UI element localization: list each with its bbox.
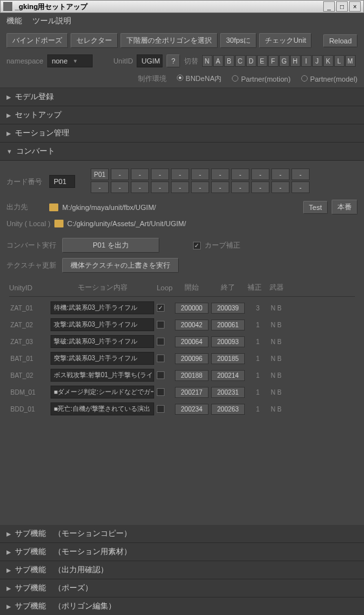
cell-end[interactable]: 200231 (211, 387, 245, 398)
letter-E[interactable]: E (257, 55, 267, 67)
card-slot[interactable]: - (251, 181, 269, 193)
cell-loop-checkbox[interactable] (157, 338, 165, 345)
letter-A[interactable]: A (213, 55, 223, 67)
card-slot[interactable]: - (231, 168, 249, 180)
cell-start[interactable]: 200064 (175, 336, 209, 347)
cell-loop-checkbox[interactable] (157, 371, 165, 379)
test-button[interactable]: Test (303, 201, 328, 214)
card-slot[interactable]: - (251, 168, 269, 180)
acc-sub-motionmaterial[interactable]: ▶サブ機能 （モーション用素材） (0, 543, 364, 561)
card-slot[interactable]: - (111, 181, 129, 193)
maximize-button[interactable]: □ (336, 1, 348, 12)
card-slot[interactable]: - (191, 168, 209, 180)
cell-motion[interactable]: ■死亡:自機が撃墜されている演出 (51, 402, 154, 415)
card-slot[interactable]: - (231, 181, 249, 193)
letter-D[interactable]: D (246, 55, 256, 67)
minimize-button[interactable]: _ (323, 1, 335, 12)
curve-checkbox[interactable] (193, 242, 201, 249)
letter-C[interactable]: C (235, 55, 245, 67)
card-slot[interactable]: - (131, 181, 149, 193)
folder-icon[interactable] (54, 220, 63, 227)
letter-G[interactable]: G (279, 55, 290, 67)
checkunit-button[interactable]: チェックUnit (259, 33, 312, 48)
cell-motion[interactable]: ボス戦攻撃:射撃01_片手撃ち(ライフ (51, 369, 154, 382)
chevron-right-icon: ▶ (6, 549, 11, 555)
card-slot[interactable]: - (111, 168, 129, 180)
cell-end[interactable]: 200263 (211, 404, 245, 415)
acc-motion[interactable]: ▶モーション管理 (0, 124, 364, 143)
cell-motion[interactable]: 撃破:武装系03_片手ライフル (51, 335, 154, 348)
selectall-button[interactable]: 下階層の全ポリゴンを選択 (120, 33, 218, 48)
acc-convert[interactable]: ▼コンバート (0, 143, 364, 161)
acc-setup[interactable]: ▶セットアップ (0, 106, 364, 124)
env-opt-partner-motion[interactable]: Partner(motion) (232, 75, 290, 83)
question-button[interactable]: ? (166, 54, 179, 67)
menu-functions[interactable]: 機能 (6, 16, 22, 27)
acc-sub-motioncopy[interactable]: ▶サブ機能 （モーションコピー） (0, 525, 364, 543)
bindpose-button[interactable]: バインドポーズ (6, 33, 68, 48)
letter-L[interactable]: L (334, 55, 345, 67)
cell-start[interactable]: 200217 (175, 387, 209, 398)
close-button[interactable]: × (349, 1, 361, 12)
cell-loop-checkbox[interactable] (157, 405, 165, 413)
cell-loop-checkbox[interactable] (157, 354, 165, 362)
letter-M[interactable]: M (345, 55, 356, 67)
acc-sub-polyedit[interactable]: ▶サブ機能 （ポリゴン編集） (0, 598, 364, 615)
card-slot[interactable]: - (271, 168, 290, 180)
letter-B[interactable]: B (224, 55, 234, 67)
cell-loop-checkbox[interactable] (157, 388, 165, 396)
exec-button[interactable]: P01 を出力 (62, 238, 159, 253)
card-slot[interactable]: - (91, 181, 109, 193)
cell-end[interactable]: 200093 (211, 336, 245, 347)
namespace-select[interactable]: none (47, 54, 93, 67)
cell-end[interactable]: 200214 (211, 370, 245, 381)
card-slot[interactable]: - (191, 181, 209, 193)
menu-tooldesc[interactable]: ツール説明 (32, 16, 71, 27)
cell-start[interactable]: 200000 (175, 303, 209, 314)
card-slot[interactable]: - (151, 168, 169, 180)
cell-loop-checkbox[interactable] (157, 304, 165, 312)
selector-button[interactable]: セレクター (71, 33, 118, 48)
reload-button[interactable]: Reload (323, 34, 358, 47)
folder-icon[interactable] (49, 203, 58, 211)
letter-I[interactable]: I (301, 55, 312, 67)
letter-H[interactable]: H (290, 55, 301, 67)
unitid-input[interactable]: UGIM (137, 54, 163, 67)
cell-loop-checkbox[interactable] (157, 321, 165, 329)
cell-end[interactable]: 200039 (211, 303, 245, 314)
card-slot[interactable]: - (291, 168, 310, 180)
letter-J[interactable]: J (312, 55, 323, 67)
card-slot[interactable]: - (211, 168, 229, 180)
cell-start[interactable]: 200042 (175, 319, 209, 331)
cell-end[interactable]: 200185 (211, 353, 245, 364)
letter-F[interactable]: F (268, 55, 279, 67)
cell-motion[interactable]: 突撃:武装系03_片手ライフル (51, 352, 154, 365)
env-opt-partner-model[interactable]: Partner(model) (301, 75, 358, 83)
cell-start[interactable]: 200188 (175, 370, 209, 381)
card-slot[interactable]: - (271, 181, 290, 193)
acc-sub-pose[interactable]: ▶サブ機能 （ポーズ） (0, 579, 364, 598)
cell-start[interactable]: 200234 (175, 404, 209, 415)
letter-N[interactable]: N (202, 55, 212, 67)
acc-sub-outputcheck[interactable]: ▶サブ機能 （出力用確認） (0, 561, 364, 579)
card-slot[interactable]: - (131, 168, 149, 180)
letter-K[interactable]: K (323, 55, 334, 67)
env-opt-bndena[interactable]: BNDeNA内 (177, 74, 222, 84)
card-slot[interactable]: - (151, 181, 169, 193)
cardno-input[interactable]: P01 (49, 175, 75, 188)
table-row: ZAT_03撃破:武装系03_片手ライフル2000642000931N B (9, 333, 355, 350)
card-slot[interactable]: - (291, 181, 310, 193)
acc-model[interactable]: ▶モデル登録 (0, 88, 364, 106)
cell-motion[interactable]: 待機:武装系03_片手ライフル (51, 301, 154, 314)
tex-button[interactable]: 機体テクスチャの上書きを実行 (62, 258, 179, 273)
honban-button[interactable]: 本番 (332, 200, 358, 215)
fps-button[interactable]: 30fpsに (220, 33, 256, 48)
card-slot[interactable]: - (211, 181, 229, 193)
cell-end[interactable]: 200061 (211, 319, 245, 331)
card-slot[interactable]: P01 (91, 168, 109, 180)
cell-motion[interactable]: 攻撃:武装系03_片手ライフル (51, 318, 154, 331)
card-slot[interactable]: - (171, 181, 189, 193)
card-slot[interactable]: - (171, 168, 189, 180)
cell-start[interactable]: 200096 (175, 353, 209, 364)
cell-motion[interactable]: ■ダメージ判定:シールドなどでガードして (51, 386, 154, 399)
